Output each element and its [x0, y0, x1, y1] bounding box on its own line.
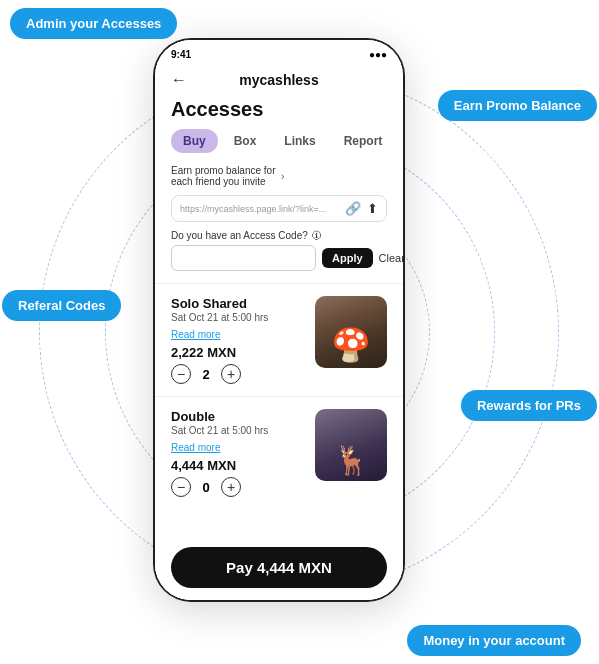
increment-double[interactable]: + — [221, 477, 241, 497]
divider2 — [155, 396, 403, 397]
access-name-solo: Solo Shared — [171, 296, 305, 311]
decrement-solo[interactable]: − — [171, 364, 191, 384]
counter-row-solo: − 2 + — [171, 364, 305, 384]
admin-accesses-tooltip: Admin your Accesses — [10, 8, 177, 39]
status-bar: 9:41 ●●● — [155, 40, 403, 68]
tabs-container: Buy Box Links Report — [155, 129, 403, 153]
access-date-solo: Sat Oct 21 at 5:00 hrs — [171, 312, 305, 323]
link-icon[interactable]: 🔗 — [345, 201, 361, 216]
app-title: mycashless — [239, 72, 318, 88]
access-image-double — [315, 409, 387, 481]
counter-row-double: − 0 + — [171, 477, 305, 497]
increment-solo[interactable]: + — [221, 364, 241, 384]
read-more-solo[interactable]: Read more — [171, 329, 220, 340]
access-price-solo: 2,222 MXN — [171, 345, 305, 360]
app-header: ← mycashless — [155, 68, 403, 94]
promo-arrow-icon: › — [281, 171, 387, 182]
access-name-double: Double — [171, 409, 305, 424]
referral-codes-tooltip: Referal Codes — [2, 290, 121, 321]
tab-buy[interactable]: Buy — [171, 129, 218, 153]
pay-button[interactable]: Pay 4,444 MXN — [171, 547, 387, 588]
back-button[interactable]: ← — [171, 71, 187, 89]
info-icon: 🛈 — [312, 230, 322, 241]
counter-value-double: 0 — [199, 480, 213, 495]
read-more-double[interactable]: Read more — [171, 442, 220, 453]
access-code-label: Do you have an Access Code? 🛈 — [155, 230, 403, 245]
tab-links[interactable]: Links — [272, 129, 327, 153]
access-info-double: Double Sat Oct 21 at 5:00 hrs Read more … — [171, 409, 305, 497]
url-value: https://mycashless.page.link/?link=... — [180, 204, 339, 214]
access-code-label-text: Do you have an Access Code? — [171, 230, 308, 241]
phone-frame: 9:41 ●●● ← mycashless Accesses Buy Box L… — [155, 40, 403, 600]
access-price-double: 4,444 MXN — [171, 458, 305, 473]
share-icon[interactable]: ⬆ — [367, 201, 378, 216]
earn-promo-tooltip: Earn Promo Balance — [438, 90, 597, 121]
promo-text: Earn promo balance for each friend you i… — [171, 165, 277, 187]
url-row: https://mycashless.page.link/?link=... 🔗… — [171, 195, 387, 222]
promo-bar[interactable]: Earn promo balance for each friend you i… — [155, 161, 403, 191]
status-time: 9:41 — [171, 49, 191, 60]
page-title: Accesses — [155, 94, 403, 129]
decrement-double[interactable]: − — [171, 477, 191, 497]
money-account-tooltip: Money in your account — [407, 625, 581, 656]
apply-button[interactable]: Apply — [322, 248, 373, 268]
access-info-solo: Solo Shared Sat Oct 21 at 5:00 hrs Read … — [171, 296, 305, 384]
rewards-prs-tooltip: Rewards for PRs — [461, 390, 597, 421]
access-date-double: Sat Oct 21 at 5:00 hrs — [171, 425, 305, 436]
clear-button[interactable]: Clear — [379, 252, 403, 264]
tab-report[interactable]: Report — [332, 129, 395, 153]
status-icons: ●●● — [369, 49, 387, 60]
access-image-solo — [315, 296, 387, 368]
pay-button-container: Pay 4,444 MXN — [155, 539, 403, 600]
tab-box[interactable]: Box — [222, 129, 269, 153]
access-code-row: Apply Clear — [171, 245, 387, 271]
counter-value-solo: 2 — [199, 367, 213, 382]
access-card-double: Double Sat Oct 21 at 5:00 hrs Read more … — [155, 401, 403, 505]
divider — [155, 283, 403, 284]
access-code-input[interactable] — [171, 245, 316, 271]
access-card-solo: Solo Shared Sat Oct 21 at 5:00 hrs Read … — [155, 288, 403, 392]
